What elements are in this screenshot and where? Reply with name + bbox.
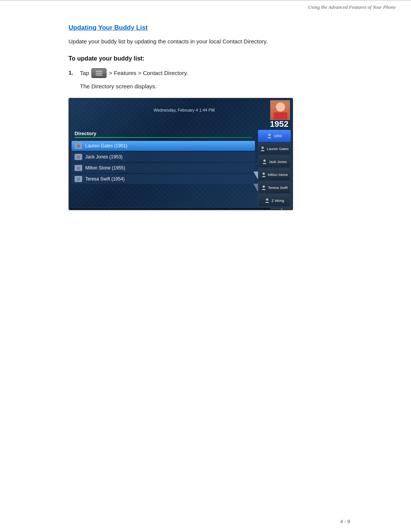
step-content: Tap > Features > Contact Directory.	[80, 68, 188, 78]
contact-icon-1	[75, 154, 82, 160]
svg-point-6	[263, 185, 265, 188]
menu-line-3	[96, 75, 102, 75]
main-content: Updating Your Buddy List Update your bud…	[0, 13, 411, 225]
phone-main-body: Directory Lauren Gates (1951)Jack Jones …	[69, 129, 292, 208]
avatar-head	[276, 102, 285, 112]
speed-dial-icon-4	[261, 185, 266, 190]
contact-icon-2	[75, 165, 82, 171]
phone-left-panel: Directory Lauren Gates (1951)Jack Jones …	[69, 129, 257, 208]
phone-screenshot: Wednesday, February 4 1:44 PM 1952 Direc…	[68, 98, 293, 210]
subsection-title: To update your buddy list:	[68, 55, 350, 62]
section-title: Updating Your Buddy List	[68, 24, 350, 32]
toolbar-btn-back[interactable]: Back	[150, 208, 190, 210]
contact-item-1[interactable]: Jack Jones (1953)	[72, 152, 255, 162]
page-number: 4 - 9	[340, 519, 350, 524]
svg-point-4	[263, 160, 266, 162]
section-description: Update your buddy list by updating the c…	[68, 37, 350, 46]
svg-marker-8	[278, 209, 285, 210]
toolbar-label-3: Add	[207, 209, 214, 210]
phone-toolbar: DialEditBackAddMore	[69, 208, 292, 210]
svg-point-7	[266, 198, 268, 201]
contact-name-1: Jack Jones (1953)	[85, 154, 123, 160]
step-1: 1. Tap > Features > Contact Directory.	[68, 68, 350, 78]
toolbar-label-1: Edit	[126, 209, 133, 210]
step-note: The Directory screen displays.	[68, 82, 350, 91]
phone-avatar	[270, 100, 290, 120]
avatar-body	[274, 112, 287, 120]
speed-dial-btn-2[interactable]: Jack Jones	[258, 156, 291, 168]
contact-list: Lauren Gates (1951)Jack Jones (1953)Milt…	[72, 141, 255, 184]
toolbar-label-4: More	[246, 209, 255, 210]
speed-dial-label-4: Teresa Swift	[268, 185, 288, 190]
step-number: 1.	[68, 68, 80, 77]
speed-dial-icon-5	[264, 198, 270, 203]
phone-datetime: Wednesday, February 4 1:44 PM	[72, 108, 270, 112]
speed-dial-icon-0	[267, 133, 272, 139]
toolbar-label-0: Dial	[86, 209, 93, 210]
directory-label: Directory	[75, 131, 252, 136]
speed-dial-btn-3[interactable]: Milton Stone	[258, 169, 291, 181]
contact-item-3[interactable]: Teresa Swift (1954)	[72, 174, 255, 184]
contact-name-0: Lauren Gates (1951)	[85, 143, 127, 149]
step-list: 1. Tap > Features > Contact Directory.	[68, 68, 350, 78]
page-header: Using the Advanced Features of Your Phon…	[0, 0, 411, 13]
speed-dial-icon-1	[260, 146, 265, 152]
avatar-figure	[271, 100, 290, 120]
speed-dial-icon-2	[262, 159, 267, 165]
speed-dial-label-5: Z Wong	[271, 198, 284, 203]
header-text: Using the Advanced Features of Your Phon…	[308, 4, 396, 10]
speed-dial-label-2: Jack Jones	[269, 160, 287, 164]
svg-point-3	[261, 147, 264, 149]
directory-header: Directory	[72, 129, 255, 139]
contact-name-2: Milton Stone (1955)	[85, 165, 125, 171]
phone-right-panel: 1952Lauren GatesJack JonesMilton StoneTe…	[257, 129, 292, 208]
phone-status-bar: Wednesday, February 4 1:44 PM	[69, 99, 292, 121]
speed-dial-label-0: 1952	[274, 134, 282, 138]
speed-dial-btn-0[interactable]: 1952	[258, 130, 291, 142]
menu-lines	[96, 71, 102, 75]
contact-item-0[interactable]: Lauren Gates (1951)	[72, 141, 255, 151]
speed-dial-btn-4[interactable]: Teresa Swift	[258, 182, 291, 194]
contact-item-2[interactable]: Milton Stone (1955)	[72, 163, 255, 173]
menu-line-1	[96, 71, 102, 72]
toolbar-label-2: Back	[165, 209, 174, 210]
directory-underline	[75, 137, 252, 138]
speed-dial-label-1: Lauren Gates	[267, 147, 289, 151]
menu-button-icon[interactable]	[91, 68, 107, 78]
svg-point-2	[268, 134, 271, 136]
speed-dial-btn-5[interactable]: Z Wong	[258, 195, 291, 207]
step-text-after: > Features > Contact Directory.	[109, 69, 188, 78]
speed-dial-btn-1[interactable]: Lauren Gates	[258, 143, 291, 155]
home-button[interactable]	[271, 208, 292, 210]
menu-line-2	[96, 73, 102, 73]
toolbar-btn-add[interactable]: Add	[190, 208, 231, 210]
svg-point-5	[263, 173, 265, 175]
contact-name-3: Teresa Swift (1954)	[85, 176, 124, 182]
speed-dial-label-3: Milton Stone	[268, 173, 288, 177]
toolbar-btn-more[interactable]: More	[231, 208, 271, 210]
toolbar-btn-edit[interactable]: Edit	[110, 208, 150, 210]
contact-icon-3	[75, 176, 82, 182]
phone-extension: 1952	[69, 119, 292, 129]
speed-dial-icon-3	[261, 172, 266, 177]
step-text-before: Tap	[80, 69, 89, 78]
toolbar-btn-dial[interactable]: Dial	[69, 208, 110, 210]
contact-icon-0	[75, 143, 82, 149]
